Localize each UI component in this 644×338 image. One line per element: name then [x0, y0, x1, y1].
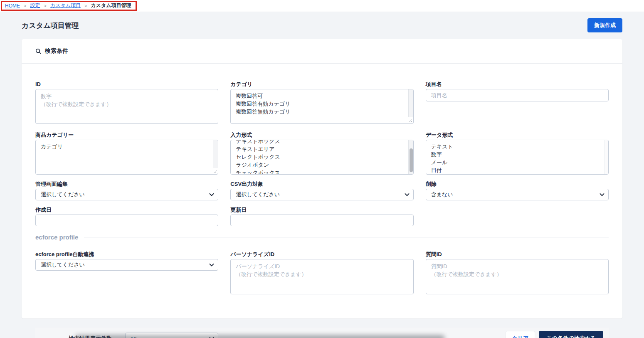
field-question-id-label: 質問ID	[426, 252, 609, 257]
listbox-option[interactable]: 複数回答有効カテゴリ	[231, 100, 407, 108]
field-item-name: 項目名	[426, 81, 609, 126]
field-input-format: 入力形式 テキストボックス テキストエリア セレクトボックス ラジオボタン チェ…	[230, 132, 413, 175]
field-product-category-label: 商品カテゴリー	[35, 132, 218, 138]
field-csv-export: CSV出力対象 選択してください	[230, 181, 413, 200]
field-profile-sync: ecforce profile自動連携 選択してください	[35, 252, 218, 296]
csv-export-select[interactable]: 選択してください	[230, 189, 413, 200]
field-category: カテゴリ 複数回答可 複数回答有効カテゴリ 複数回答無効カテゴリ	[230, 81, 413, 126]
field-id-label: ID	[35, 81, 218, 87]
search-card-header: 検索条件	[22, 39, 622, 64]
item-name-input[interactable]	[426, 89, 609, 101]
listbox-option[interactable]: 複数回答無効カテゴリ	[231, 108, 407, 116]
listbox-option[interactable]: セレクトボックス	[231, 153, 407, 161]
updated-at-input[interactable]	[230, 215, 413, 226]
field-admin-edit-label: 管理画面編集	[35, 181, 218, 187]
created-at-input[interactable]	[35, 215, 218, 226]
chevron-down-icon	[209, 336, 214, 338]
listbox-option[interactable]: メール	[426, 158, 603, 166]
listbox-option[interactable]: テキストエリア	[231, 145, 407, 153]
personalize-id-textarea[interactable]	[230, 259, 413, 294]
page-title: カスタム項目管理	[22, 21, 79, 30]
section-divider-line	[84, 237, 609, 237]
scrollbar-track[interactable]	[213, 140, 218, 168]
field-admin-edit: 管理画面編集 選択してください	[35, 181, 218, 200]
deleted-select-value: 含まない	[431, 191, 453, 198]
scrollbar-thumb[interactable]	[410, 148, 413, 172]
per-page-label: 検索結果表示件数	[69, 335, 112, 338]
clear-button[interactable]: クリア	[506, 331, 535, 338]
field-id: ID	[35, 81, 218, 126]
category-listbox[interactable]: 複数回答可 複数回答有効カテゴリ 複数回答無効カテゴリ	[230, 89, 413, 124]
resize-grip-icon[interactable]	[212, 168, 217, 174]
breadcrumb-link-settings[interactable]: 設定	[30, 2, 40, 9]
field-created-at: 作成日	[35, 207, 218, 226]
create-new-button[interactable]: 新規作成	[587, 18, 622, 32]
scrollbar-track[interactable]	[408, 140, 413, 174]
search-card-title: 検索条件	[45, 47, 68, 55]
input-format-listbox[interactable]: テキストボックス テキストエリア セレクトボックス ラジオボタン チェックボック…	[230, 140, 413, 175]
breadcrumb-bar: HOME > 設定 > カスタム項目 > カスタム項目管理	[0, 0, 644, 12]
listbox-option[interactable]: 日付	[426, 166, 603, 174]
page-header: カスタム項目管理 新規作成	[22, 12, 622, 39]
field-item-name-label: 項目名	[426, 81, 609, 87]
field-input-format-label: 入力形式	[230, 132, 413, 138]
listbox-option[interactable]: 複数回答可	[231, 92, 407, 100]
profile-sync-select-value: 選択してください	[41, 261, 85, 269]
per-page-select-value: 10	[131, 336, 136, 338]
field-question-id: 質問ID	[426, 252, 609, 296]
chevron-down-icon	[405, 192, 410, 198]
breadcrumb-link-home[interactable]: HOME	[5, 3, 20, 9]
search-submit-button[interactable]: この条件で検索する	[539, 331, 603, 338]
resize-grip-icon[interactable]	[408, 117, 413, 123]
scrollbar-track[interactable]	[605, 140, 608, 174]
listbox-option[interactable]: テキスト	[426, 143, 603, 150]
admin-edit-select-value: 選択してください	[41, 191, 85, 198]
chevron-down-icon	[600, 192, 605, 198]
listbox-option[interactable]: テキストボックス	[231, 140, 407, 145]
question-id-textarea[interactable]	[426, 259, 609, 294]
field-personalize-id-label: パーソナライズID	[230, 252, 413, 257]
breadcrumb-separator: >	[44, 3, 46, 8]
search-actions-bar: 検索結果表示件数 10 クリア この条件で検索する	[35, 328, 609, 338]
field-personalize-id: パーソナライズID	[230, 252, 413, 296]
field-csv-export-label: CSV出力対象	[230, 181, 413, 187]
field-data-format: データ形式 テキスト 数字 メール 日付	[426, 132, 609, 175]
search-conditions-card: 検索条件 ID カテゴリ 複数回答可 複数回答有効カテゴリ 複数回答無効カテゴリ	[22, 39, 622, 318]
field-product-category: 商品カテゴリー カテゴリ	[35, 132, 218, 175]
admin-edit-select[interactable]: 選択してください	[35, 189, 218, 200]
data-format-listbox[interactable]: テキスト 数字 メール 日付	[426, 140, 609, 175]
breadcrumb-current: カスタム項目管理	[91, 2, 131, 9]
ecforce-profile-section-title: ecforce profile	[35, 234, 78, 241]
chevron-down-icon	[209, 262, 214, 268]
chevron-down-icon	[209, 192, 214, 198]
product-category-listbox[interactable]: カテゴリ	[35, 140, 218, 175]
field-data-format-label: データ形式	[426, 132, 609, 138]
search-icon	[35, 48, 42, 54]
listbox-option[interactable]: カテゴリ	[36, 143, 212, 150]
breadcrumb-separator: >	[24, 3, 26, 8]
field-created-at-label: 作成日	[35, 207, 218, 213]
listbox-option[interactable]: 数字	[426, 150, 603, 158]
csv-export-select-value: 選択してください	[236, 191, 280, 198]
breadcrumb-link-custom-items[interactable]: カスタム項目	[50, 2, 81, 9]
field-updated-at-label: 更新日	[230, 207, 413, 213]
breadcrumb-separator: >	[84, 3, 87, 8]
profile-sync-select[interactable]: 選択してください	[35, 259, 218, 271]
field-updated-at: 更新日	[230, 207, 413, 226]
listbox-option[interactable]: ラジオボタン	[231, 161, 407, 169]
ecforce-profile-section-divider: ecforce profile	[35, 234, 609, 241]
deleted-select[interactable]: 含まない	[426, 189, 609, 200]
field-deleted-label: 削除	[426, 181, 609, 187]
listbox-option[interactable]: チェックボックス	[231, 169, 407, 175]
id-textarea[interactable]	[35, 89, 218, 124]
scrollbar-track[interactable]	[408, 89, 413, 117]
per-page-select[interactable]: 10	[125, 333, 218, 338]
field-category-label: カテゴリ	[230, 81, 413, 87]
breadcrumb: HOME > 設定 > カスタム項目 > カスタム項目管理	[1, 1, 137, 11]
field-deleted: 削除 含まない	[426, 181, 609, 200]
field-profile-sync-label: ecforce profile自動連携	[35, 252, 218, 257]
